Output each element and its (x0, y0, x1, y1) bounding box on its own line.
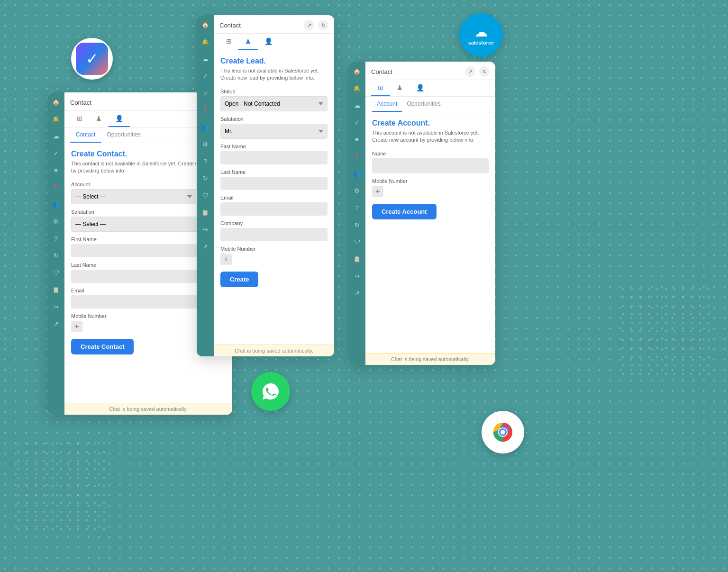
dot-grid-left (14, 439, 109, 534)
sidebar-arrow-out-icon-r[interactable]: ↪ (352, 271, 362, 281)
sidebar-refresh-icon-c[interactable]: ↻ (200, 173, 210, 183)
sidebar-shield-icon[interactable]: 🛡 (51, 268, 61, 277)
tab-person-icon[interactable]: ♟ (89, 111, 109, 127)
external-link-button-r[interactable]: ↗ (465, 66, 475, 77)
tab-person-icon-r[interactable]: ♟ (390, 80, 410, 96)
sidebar-pin-icon-c[interactable]: 📍 (200, 105, 210, 115)
sidebar-check-icon-r[interactable]: ✓ (352, 118, 362, 127)
sidebar-expand-icon[interactable]: ↗ (51, 319, 61, 328)
tab-opportunities[interactable]: Opportunities (101, 127, 146, 143)
sidebar-check-icon-c[interactable]: ✓ (200, 71, 210, 81)
sidebar-refresh-icon-r[interactable]: ↻ (352, 220, 362, 229)
create-lead-button[interactable]: Create (220, 272, 258, 287)
panel-center-header-icons: ↗ ↻ (304, 20, 328, 30)
sidebar-bell-icon-c[interactable]: 🔔 (200, 37, 210, 46)
lead-first-name-label: First Name (220, 144, 328, 149)
sidebar-question-icon-c[interactable]: ? (200, 156, 210, 166)
tab-grid-icon[interactable]: ⊞ (70, 111, 89, 127)
sidebar-bell-icon[interactable]: 🔔 (51, 114, 61, 124)
mobile-plus-button[interactable]: + (71, 321, 82, 332)
sidebar-refresh-icon[interactable]: ↻ (51, 251, 61, 260)
whatsapp-logo (251, 372, 290, 411)
lead-last-name-input[interactable] (220, 177, 328, 190)
sidebar-gear-icon-c[interactable]: ⚙ (200, 139, 210, 149)
account-name-input[interactable] (372, 158, 489, 173)
lead-form-subtitle: This lead is not available in Salesforce… (220, 67, 328, 82)
panel-center-content: Contact ↗ ↻ ⊞ ♟ 👤 Create Lead. This lead… (214, 15, 334, 356)
sidebar-clipboard-icon-r[interactable]: 📋 (352, 254, 362, 263)
external-link-button-c[interactable]: ↗ (304, 20, 314, 30)
lead-salutation-label: Salutation (220, 116, 328, 122)
sidebar-list-icon[interactable]: ≡ (51, 165, 61, 175)
create-contact-button[interactable]: Create Contact (71, 339, 134, 354)
sidebar-list-icon-r[interactable]: ≡ (352, 135, 362, 144)
lead-company-label: Company (220, 220, 328, 226)
status-select[interactable]: Open - Not Contacted Working - Contacted… (220, 96, 328, 111)
lead-form-title: Create Lead. (220, 57, 328, 65)
tab-contact-icon-c[interactable]: 👤 (258, 34, 279, 50)
account-form-subtitle: This account is not available in Salesfo… (372, 129, 489, 144)
tab-grid-icon-r[interactable]: ⊞ (371, 80, 390, 96)
sidebar-bell-icon-r[interactable]: 🔔 (352, 83, 362, 93)
sidebar-pin-icon-r[interactable]: 📍 (352, 152, 362, 161)
lead-salutation-select[interactable]: Mr. Ms. Dr. (220, 124, 328, 139)
sidebar-question-icon-r[interactable]: ? (352, 203, 362, 212)
panel-left-title: Contact (70, 99, 91, 106)
sidebar-pin-icon[interactable]: 📍 (51, 182, 61, 192)
lead-company-input[interactable] (220, 228, 328, 241)
sidebar-list-icon-c[interactable]: ≡ (200, 88, 210, 98)
create-account-button[interactable]: Create Account (372, 204, 437, 219)
sidebar-gear-icon-r[interactable]: ⚙ (352, 186, 362, 195)
sidebar-clipboard-icon-c[interactable]: 📋 (200, 208, 210, 217)
tab-contact-icon-r[interactable]: 👤 (410, 80, 431, 96)
sidebar-gear-icon[interactable]: ⚙ (51, 217, 61, 226)
chrome-icon (488, 417, 518, 447)
sidebar-cloud-icon-r[interactable]: ☁ (352, 100, 362, 110)
tab-icon-bar-center: ⊞ ♟ 👤 (214, 34, 334, 50)
salesforce-logo: ☁ salesforce (459, 13, 503, 57)
tab-contact[interactable]: Contact (70, 127, 101, 143)
account-select[interactable]: — Select — (71, 189, 196, 204)
sidebar-check-icon[interactable]: ✓ (51, 148, 61, 158)
sidebar-cloud-icon[interactable]: ☁ (51, 131, 61, 141)
panel-right-title: Contact (371, 68, 392, 75)
tab-grid-icon-c[interactable]: ⊞ (219, 34, 238, 50)
sidebar-home-icon-r[interactable]: 🏠 (352, 66, 362, 76)
account-name-label: Name (372, 151, 489, 156)
sidebar-cloud-icon-c[interactable]: ☁ (200, 54, 210, 64)
chrome-logo (482, 411, 524, 454)
account-select-wrap: — Select — (71, 189, 196, 204)
sidebar-arrow-out-icon-c[interactable]: ↪ (200, 225, 210, 234)
account-form-title: Create Account. (372, 119, 489, 127)
tab-contact-icon[interactable]: 👤 (109, 111, 130, 127)
sidebar-people-icon-r[interactable]: 👥 (352, 169, 362, 178)
lead-first-name-input[interactable] (220, 151, 328, 164)
lead-email-label: Email (220, 195, 328, 200)
lead-email-input[interactable] (220, 202, 328, 216)
refresh-button-c[interactable]: ↻ (318, 20, 328, 30)
refresh-button-r[interactable]: ↻ (479, 66, 490, 77)
checkmark-logo: ✓ (71, 38, 113, 80)
sidebar-people-icon[interactable]: 👥 (51, 200, 61, 209)
sidebar-shield-icon-r[interactable]: 🛡 (352, 237, 362, 246)
sidebar-home-icon[interactable]: 🏠 (51, 97, 61, 107)
sidebar-people-icon-c[interactable]: 👥 (200, 122, 210, 132)
sidebar-clipboard-icon[interactable]: 📋 (51, 285, 61, 294)
chat-save-bar-right: Chat is being saved automatically. (365, 353, 495, 365)
sidebar-expand-icon-r[interactable]: ↗ (352, 288, 362, 298)
status-label: Status (220, 89, 328, 94)
sidebar-home-icon-c[interactable]: 🏠 (200, 20, 210, 29)
whatsapp-icon (259, 380, 282, 403)
sub-tab-opportunities[interactable]: Opportunities (402, 97, 445, 112)
create-account-form: Create Account. This account is not avai… (365, 112, 495, 353)
panel-right-content: Contact ↗ ↻ ⊞ ♟ 👤 Account Opportunities … (365, 62, 495, 365)
sidebar-question-icon[interactable]: ? (51, 234, 61, 243)
sidebar-expand-icon-c[interactable]: ↗ (200, 242, 210, 251)
account-mobile-plus-button[interactable]: + (372, 186, 383, 197)
sub-tab-account[interactable]: Account (372, 97, 402, 112)
lead-mobile-plus-button[interactable]: + (220, 254, 232, 265)
tab-person-icon-c[interactable]: ♟ (238, 34, 258, 50)
sidebar-arrow-out-icon[interactable]: ↪ (51, 302, 61, 311)
sidebar-shield-icon-c[interactable]: 🛡 (200, 191, 210, 200)
right-sidebar: 🏠 🔔 ☁ ✓ ≡ 📍 👥 ⚙ ? ↻ 🛡 📋 ↪ ↗ (348, 62, 365, 365)
